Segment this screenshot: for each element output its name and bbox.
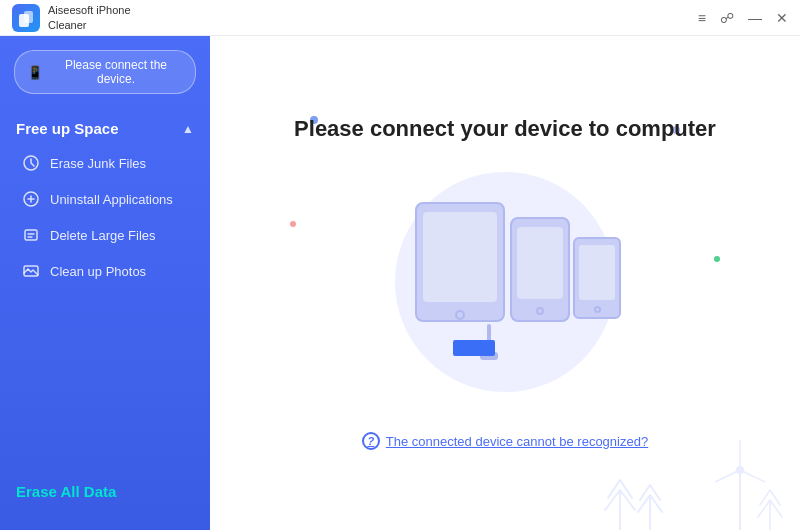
title-bar-controls[interactable]: ≡ ☍ — ✕ xyxy=(698,10,788,26)
erase-junk-files-item[interactable]: Erase Junk Files xyxy=(0,145,210,181)
background-decoration xyxy=(600,410,800,530)
erase-junk-files-label: Erase Junk Files xyxy=(50,156,146,171)
svg-rect-4 xyxy=(25,230,37,240)
phone-icon: 📱 xyxy=(27,65,43,80)
title-bar-left: Aiseesoft iPhone Cleaner xyxy=(12,3,131,32)
connect-button-label: Please connect the device. xyxy=(49,58,183,86)
photos-icon xyxy=(22,262,40,280)
phone-device xyxy=(510,217,570,322)
app-title: Aiseesoft iPhone Cleaner xyxy=(48,3,131,32)
chat-icon[interactable]: ☍ xyxy=(720,10,734,26)
help-link[interactable]: ? The connected device cannot be recogni… xyxy=(362,432,648,450)
close-button[interactable]: ✕ xyxy=(776,10,788,26)
svg-line-10 xyxy=(740,470,765,482)
delete-large-files-label: Delete Large Files xyxy=(50,228,156,243)
connect-device-button[interactable]: 📱 Please connect the device. xyxy=(14,50,196,94)
device-illustration xyxy=(365,182,645,382)
clean-up-photos-label: Clean up Photos xyxy=(50,264,146,279)
large-files-icon xyxy=(22,226,40,244)
phone-home-button xyxy=(536,307,544,315)
svg-line-11 xyxy=(715,470,740,482)
help-link-text[interactable]: The connected device cannot be recognize… xyxy=(386,434,648,449)
menu-icon[interactable]: ≡ xyxy=(698,10,706,26)
sidebar: 📱 Please connect the device. Free up Spa… xyxy=(0,36,210,530)
uninstall-icon xyxy=(22,190,40,208)
tablet-screen xyxy=(423,212,497,302)
title-bar: Aiseesoft iPhone Cleaner ≡ ☍ — ✕ xyxy=(0,0,800,36)
tablet-home-button xyxy=(455,310,465,320)
small-phone-home xyxy=(594,306,601,313)
junk-icon xyxy=(22,154,40,172)
erase-all-data-button[interactable]: Erase All Data xyxy=(0,473,210,510)
svg-point-6 xyxy=(27,269,29,271)
small-phone-device xyxy=(573,237,621,319)
help-icon: ? xyxy=(362,432,380,450)
phone-screen xyxy=(517,227,563,299)
delete-large-files-item[interactable]: Delete Large Files xyxy=(0,217,210,253)
minimize-button[interactable]: — xyxy=(748,10,762,26)
uninstall-applications-label: Uninstall Applications xyxy=(50,192,173,207)
uninstall-applications-item[interactable]: Uninstall Applications xyxy=(0,181,210,217)
small-phone-screen xyxy=(579,245,615,300)
clean-up-photos-item[interactable]: Clean up Photos xyxy=(0,253,210,289)
main-content: Please connect your device to computer xyxy=(210,36,800,530)
blue-accent-rect xyxy=(453,340,495,356)
chevron-up-icon[interactable]: ▲ xyxy=(182,122,194,136)
free-up-space-label: Free up Space xyxy=(16,120,119,137)
app-logo xyxy=(12,4,40,32)
tablet-device xyxy=(415,202,505,322)
page-title: Please connect your device to computer xyxy=(294,116,716,142)
svg-rect-1 xyxy=(24,11,33,23)
free-up-space-section: Free up Space ▲ xyxy=(0,112,210,145)
main-layout: 📱 Please connect the device. Free up Spa… xyxy=(0,36,800,530)
